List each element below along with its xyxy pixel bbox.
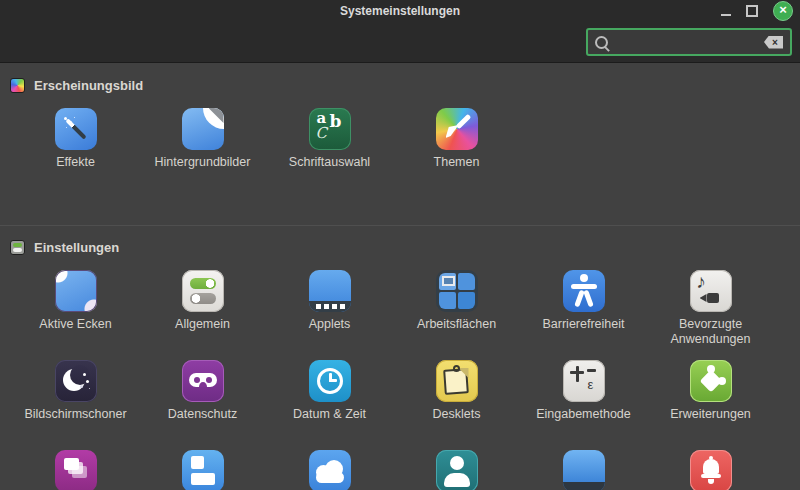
section-header: Erscheinungsbild — [0, 75, 800, 95]
minimize-icon[interactable] — [721, 14, 731, 16]
clear-search-icon[interactable] — [764, 36, 783, 49]
section-erscheinungsbild: Erscheinungsbild Effekte Hintergrundbild… — [0, 63, 800, 225]
icon-art — [563, 482, 605, 490]
icon-art — [206, 377, 212, 383]
icon-art — [446, 125, 459, 138]
icon-art — [703, 459, 719, 474]
search-toolbar — [0, 22, 800, 63]
settings-item-arbeitsflaechen[interactable]: Arbeitsflächen — [393, 270, 520, 360]
settings-item-allgemein[interactable]: Allgemein — [139, 270, 266, 360]
settings-item-icon — [55, 450, 97, 490]
settings-item-icon — [690, 360, 732, 402]
icon-art — [439, 273, 456, 290]
settings-item-themen[interactable]: Themen — [393, 108, 520, 198]
close-icon[interactable] — [773, 1, 793, 21]
icon-art — [330, 111, 342, 131]
settings-item-icon — [690, 450, 732, 490]
settings-item-icon — [436, 450, 478, 490]
tile-grid: Effekte Hintergrundbilder Schriftauswahl… — [0, 108, 800, 198]
settings-item-icon — [563, 360, 605, 402]
icon-art — [700, 294, 707, 302]
icon-art — [458, 292, 475, 309]
section-title: Einstellungen — [34, 240, 119, 255]
settings-item-aktive-ecken[interactable]: Aktive Ecken — [12, 270, 139, 360]
settings-item-label: Hintergrundbilder — [139, 155, 266, 170]
titlebar: Systemeinstellungen — [0, 0, 800, 22]
settings-item-label: Themen — [393, 155, 520, 170]
settings-item-icon — [309, 450, 351, 490]
rainbow-swatch-icon — [10, 78, 25, 93]
settings-item-icon — [182, 270, 224, 312]
settings-item-label: Barrierefreiheit — [520, 317, 647, 332]
settings-item-fenster[interactable]: Fenster — [12, 450, 139, 490]
maximize-icon[interactable] — [746, 5, 758, 17]
icon-art — [439, 292, 456, 309]
icon-art — [450, 456, 464, 470]
icon-art — [697, 271, 707, 293]
settings-item-leiste[interactable]: Leiste — [520, 450, 647, 490]
settings-item-bevorzugte-anwendungen[interactable]: Bevorzugte Anwendungen — [647, 270, 774, 360]
icon-art — [718, 377, 726, 385]
settings-item-label: Arbeitsflächen — [393, 317, 520, 332]
icon-art — [583, 290, 594, 308]
section-header: Einstellungen — [0, 237, 800, 257]
settings-item-datenschutz[interactable]: Datenschutz — [139, 360, 266, 450]
settings-item-desklets[interactable]: Desklets — [393, 360, 520, 450]
icon-art — [444, 473, 470, 487]
window-controls — [721, 1, 800, 21]
section-einstellungen: Einstellungen Aktive Ecken Allgemein App… — [0, 225, 800, 490]
icon-art — [64, 458, 79, 470]
icon-art — [191, 473, 215, 485]
settings-item-eingabemethode[interactable]: Eingabemethode — [520, 360, 647, 450]
settings-item-icon — [436, 270, 478, 312]
icon-art — [709, 456, 713, 460]
window-title: Systemeinstellungen — [0, 4, 800, 18]
settings-item-applets[interactable]: Applets — [266, 270, 393, 360]
settings-item-kontodetails[interactable]: Kontodetails — [393, 450, 520, 490]
settings-item-erweiterungen[interactable]: Erweiterungen — [647, 360, 774, 450]
settings-item-label: Bildschirmschoner — [12, 407, 139, 422]
settings-item-datum-zeit[interactable]: Datum & Zeit — [266, 360, 393, 450]
icon-art — [70, 365, 90, 385]
settings-item-icon — [182, 360, 224, 402]
settings-item-icon — [309, 108, 351, 150]
search-box[interactable] — [586, 28, 792, 56]
settings-item-hintergrundbilder[interactable]: Hintergrundbilder — [139, 108, 266, 198]
icon-art — [701, 474, 721, 478]
settings-item-label: Schriftauswahl — [266, 155, 393, 170]
settings-item-barrierefreiheit[interactable]: Barrierefreiheit — [520, 270, 647, 360]
settings-item-meldungen[interactable]: Meldungen — [647, 450, 774, 490]
icon-art — [329, 379, 337, 382]
icon-art — [707, 293, 719, 303]
icon-art — [191, 456, 204, 469]
section-title: Erscheinungsbild — [34, 78, 143, 93]
icon-art — [707, 365, 715, 373]
settings-item-icon — [182, 450, 224, 490]
search-icon — [595, 36, 608, 49]
icon-art — [458, 273, 475, 290]
icon-art — [588, 375, 594, 393]
settings-item-fensterkacheln[interactable]: Fensterkacheln — [139, 450, 266, 490]
settings-item-icon — [690, 270, 732, 312]
settings-item-label: Datum & Zeit — [266, 407, 393, 422]
settings-item-label: Eingabemethode — [520, 407, 647, 422]
icon-art — [83, 373, 86, 376]
settings-item-internetkonten[interactable]: Internetkonten — [266, 450, 393, 490]
icon-art — [190, 278, 216, 289]
settings-item-bildschirmschoner[interactable]: Bildschirmschoner — [12, 360, 139, 450]
icon-art — [571, 284, 597, 289]
mini-toggles-icon — [10, 240, 25, 255]
settings-item-schriftauswahl[interactable]: Schriftauswahl — [266, 108, 393, 198]
settings-item-icon — [436, 108, 478, 150]
settings-item-effekte[interactable]: Effekte — [12, 108, 139, 198]
icon-art — [194, 377, 200, 383]
icon-art — [316, 304, 321, 309]
settings-item-icon — [436, 360, 478, 402]
icon-art — [316, 472, 344, 483]
settings-item-label: Erweiterungen — [647, 407, 774, 422]
icon-art — [455, 114, 471, 130]
settings-item-icon — [55, 360, 97, 402]
settings-item-icon — [563, 270, 605, 312]
settings-item-label: Desklets — [393, 407, 520, 422]
search-input[interactable] — [615, 34, 757, 50]
